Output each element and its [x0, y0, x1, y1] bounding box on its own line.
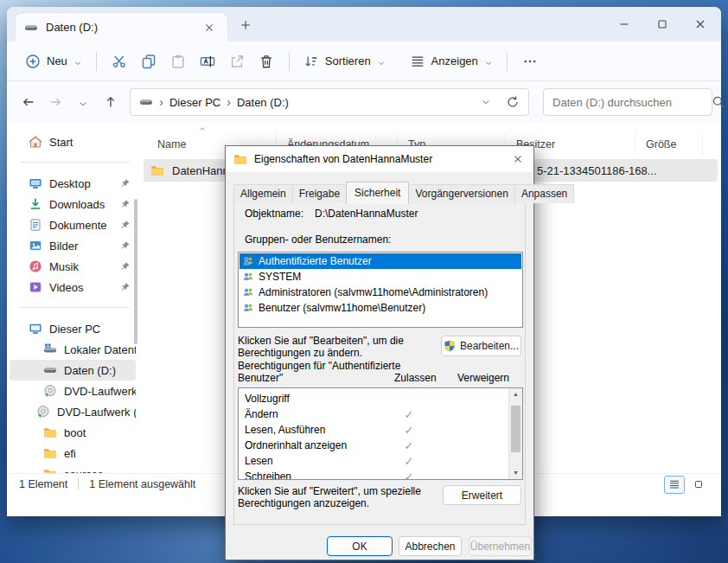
sidebar-item-dvd-laufwerk-e[interactable]: DVD-Laufwerk (E: [10, 401, 136, 422]
dialog-tab-allgemein[interactable]: Allgemein [233, 184, 293, 203]
dialog-tab-anpassen[interactable]: Anpassen [514, 184, 574, 203]
view-icon [410, 54, 425, 69]
copy-button[interactable] [134, 48, 163, 75]
up-button[interactable] [98, 89, 124, 115]
sidebar-item-label: Videos [49, 281, 113, 294]
permission-row-lesen[interactable]: Lesen✓ [239, 453, 522, 469]
close-button[interactable] [681, 7, 719, 42]
sort-button[interactable]: Sortieren [297, 48, 392, 74]
permissions-listbox[interactable]: VollzugriffÄndern✓Lesen, Ausführen✓Ordne… [238, 387, 523, 480]
apply-button[interactable]: Übernehmen [469, 536, 532, 556]
cut-button[interactable] [105, 48, 134, 75]
dialog-tab-vorg-ngerversionen[interactable]: Vorgängerversionen [408, 184, 514, 203]
sidebar-item-bilder[interactable]: Bilder [10, 235, 136, 256]
rename-button[interactable] [193, 48, 222, 75]
permissions-scrollbar[interactable]: ▲ ▼ [508, 388, 522, 479]
chevron-down-icon[interactable] [481, 97, 491, 107]
sidebar-item-dvd-laufwerk[interactable]: DVD-Laufwerk ( [10, 381, 136, 401]
dialog-tab-freigabe[interactable]: Freigabe [292, 184, 347, 203]
user-list-item-authentifizierte[interactable]: Authentifizierte Benutzer [239, 253, 521, 269]
sidebar-item-desktop[interactable]: Desktop [10, 173, 136, 194]
permission-row-ndern[interactable]: Ändern✓ [239, 406, 522, 422]
back-button[interactable] [16, 89, 42, 115]
sidebar-item-label: Downloads [49, 198, 113, 211]
share-button[interactable] [222, 48, 252, 75]
sidebar-item-label: Desktop [49, 177, 113, 190]
edit-button[interactable]: Bearbeiten... [441, 336, 521, 356]
column-header-gr-e[interactable]: Größe [635, 133, 703, 156]
sidebar-scrollbar[interactable] [134, 199, 137, 344]
permission-row-schreiben[interactable]: Schreiben✓ [239, 469, 522, 480]
tab-close-button[interactable] [200, 18, 219, 37]
rename-icon [200, 54, 215, 69]
item-count: 1 Element [19, 478, 67, 490]
sort-ascending-icon [197, 124, 208, 134]
new-button[interactable]: Neu [19, 48, 88, 74]
cancel-button[interactable]: Abbrechen [399, 536, 462, 556]
recent-locations-button[interactable] [70, 89, 96, 115]
object-name-label: Objektname: [245, 208, 303, 220]
search-input[interactable] [552, 96, 705, 109]
delete-button[interactable] [252, 48, 281, 75]
up-icon [104, 95, 118, 109]
dialog-close-button[interactable] [507, 150, 529, 169]
new-icon [25, 54, 41, 69]
column-header-label: Name [157, 138, 186, 150]
uac-shield-icon [444, 340, 456, 352]
sidebar-item-daten-d[interactable]: Daten (D:) [10, 360, 136, 381]
sidebar-item-label: DVD-Laufwerk (E: [57, 406, 136, 419]
dialog-title-bar: Eigenschaften von DatenHannaMuster [226, 146, 533, 172]
permission-row-vollzugriff[interactable]: Vollzugriff [239, 391, 522, 406]
user-list-item-administratoren[interactable]: Administratoren (salvmw11home\Administra… [239, 285, 521, 300]
refresh-icon[interactable] [506, 95, 520, 109]
sidebar-divider [7, 297, 138, 318]
chevron-down-icon [484, 57, 493, 66]
explorer-tab[interactable]: Daten (D:) [16, 13, 227, 42]
users-group-icon [242, 271, 254, 283]
new-tab-button[interactable] [235, 15, 256, 35]
breadcrumb-item-dieser-pc[interactable]: Dieser PC [169, 96, 220, 109]
breadcrumb-item-daten-d[interactable]: Daten (D:) [237, 96, 289, 109]
user-list-item-system[interactable]: SYSTEM [239, 269, 521, 285]
sidebar-item-musik[interactable]: Musik [10, 256, 136, 277]
details-view-button[interactable] [664, 476, 685, 494]
sidebar-item-downloads[interactable]: Downloads [10, 194, 136, 214]
permission-row-ordnerinhalt-anzeigen[interactable]: Ordnerinhalt anzeigen✓ [239, 438, 522, 453]
breadcrumb[interactable]: › Dieser PC › Daten (D:) [130, 88, 529, 116]
scrollbar-thumb[interactable] [511, 406, 520, 452]
tab-close-icon [203, 22, 215, 34]
ok-button[interactable]: OK [327, 536, 393, 556]
minimize-button[interactable] [605, 7, 643, 42]
sidebar-item-dokumente[interactable]: Dokumente [10, 214, 136, 235]
scroll-up-arrow[interactable]: ▲ [509, 388, 522, 400]
delete-icon [259, 54, 274, 69]
more-options-button[interactable] [515, 48, 545, 75]
view-button[interactable]: Anzeigen [404, 48, 499, 74]
sidebar-item-videos[interactable]: Videos [10, 277, 136, 297]
sidebar-item-label: Musik [49, 260, 113, 273]
sidebar-item-start[interactable]: Start [10, 131, 136, 152]
scroll-down-arrow[interactable]: ▼ [509, 467, 522, 479]
users-group-icon [242, 255, 254, 267]
paste-button[interactable] [163, 48, 193, 75]
advanced-button[interactable]: Erweitert [443, 485, 521, 505]
large-thumbnails-view-button[interactable] [688, 476, 709, 494]
details-view-icon [668, 478, 680, 490]
group-user-listbox[interactable]: Authentifizierte BenutzerSYSTEMAdministr… [238, 252, 523, 328]
permission-name: Vollzugriff [245, 393, 290, 405]
paste-icon [170, 54, 186, 69]
sidebar-item-efi[interactable]: efi [10, 443, 136, 464]
user-list-item-benutzer[interactable]: Benutzer (salvmw11home\Benutzer) [239, 300, 521, 316]
permission-name: Ordnerinhalt anzeigen [245, 439, 347, 451]
maximize-button[interactable] [643, 7, 681, 42]
permission-row-lesen-ausf-hren[interactable]: Lesen, Ausführen✓ [239, 422, 522, 438]
sidebar-item-boot[interactable]: boot [10, 422, 136, 443]
advanced-button-label: Erweitert [462, 489, 502, 502]
toolbar-divider [96, 52, 97, 71]
ok-button-label: OK [352, 541, 367, 553]
sidebar-item-lokaler-datentr-ger[interactable]: Lokaler Datenträger [10, 339, 136, 360]
dialog-tab-sicherheit[interactable]: Sicherheit [346, 182, 409, 204]
search-box[interactable] [543, 88, 712, 116]
forward-button[interactable] [43, 89, 69, 115]
sidebar-item-dieser-pc[interactable]: Dieser PC [10, 318, 136, 339]
